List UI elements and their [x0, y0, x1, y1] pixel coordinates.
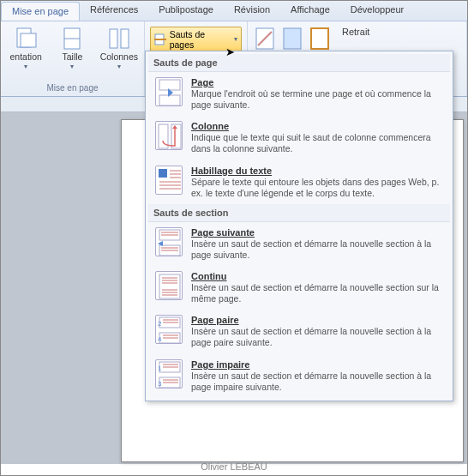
menu-item-page[interactable]: Page Marque l'endroit où se termine une …: [148, 72, 450, 116]
tab-affichage[interactable]: Affichage: [280, 1, 340, 21]
menu-item-habillage[interactable]: Habillage du texte Sépare le texte qui e…: [148, 160, 450, 204]
menu-item-title: Continu: [191, 271, 443, 281]
watermark-icon: [253, 27, 277, 51]
credit-text: Olivier LEBEAU: [201, 461, 267, 472]
menu-item-page-suivante[interactable]: Page suivante Insère un saut de section …: [148, 222, 450, 266]
dropdown-section-sauts-de-page: Sauts de page: [148, 54, 450, 72]
page-size-icon: [60, 27, 84, 51]
orientation-icon: [14, 27, 38, 51]
menu-item-title: Page paire: [191, 315, 443, 325]
text-wrap-item-icon: [155, 166, 183, 195]
odd-page-section-icon: 13: [155, 359, 183, 389]
svg-rect-10: [284, 28, 301, 49]
menu-item-continu[interactable]: Continu Insère un saut de section et dém…: [148, 266, 450, 310]
tab-references[interactable]: Références: [80, 1, 148, 21]
sauts-de-pages-button[interactable]: Sauts de pages ▾: [150, 27, 242, 52]
svg-text:3: 3: [158, 380, 162, 388]
menu-item-desc: Insère un saut de section et démarre la …: [191, 326, 443, 348]
chevron-down-icon: ▾: [234, 35, 237, 43]
menu-item-page-impaire[interactable]: 13 Page impaire Insère un saut de sectio…: [148, 354, 450, 398]
chevron-down-icon: ▾: [70, 63, 74, 70]
orientation-button[interactable]: entation ▾: [6, 27, 45, 70]
svg-rect-13: [159, 95, 180, 105]
page-break-item-icon: [155, 77, 183, 106]
tab-developpeur[interactable]: Développeur: [340, 1, 414, 21]
column-break-item-icon: [155, 121, 183, 150]
page-color-button[interactable]: [280, 27, 304, 51]
chevron-down-icon: ▾: [24, 63, 27, 70]
page-borders-icon: [308, 27, 332, 51]
svg-rect-5: [121, 29, 129, 48]
next-page-section-icon: [155, 227, 183, 256]
svg-rect-11: [311, 28, 328, 49]
svg-text:1: 1: [158, 365, 162, 372]
even-page-section-icon: 24: [155, 315, 183, 344]
menu-item-desc: Indique que le texte qui suit le saut de…: [191, 132, 443, 154]
menu-item-desc: Insère un saut de section et démarre la …: [191, 238, 443, 261]
menu-item-title: Page suivante: [191, 227, 443, 238]
ribbon-tabs: Mise en page Références Publipostage Rév…: [1, 1, 467, 21]
menu-item-title: Page: [191, 77, 443, 87]
dropdown-section-sauts-de-section: Sauts de section: [148, 204, 450, 222]
page-borders-button[interactable]: [308, 27, 332, 51]
svg-rect-1: [21, 33, 36, 47]
svg-text:2: 2: [158, 320, 162, 328]
columns-icon: [107, 27, 131, 51]
tab-mise-en-page[interactable]: Mise en page: [1, 2, 80, 21]
retrait-label: Retrait: [342, 27, 369, 37]
tab-publipostage[interactable]: Publipostage: [148, 1, 224, 21]
chevron-down-icon: ▾: [117, 63, 121, 70]
menu-item-colonne[interactable]: Colonne Indique que le texte qui suit le…: [148, 116, 450, 160]
page-break-icon: [154, 33, 166, 45]
menu-item-title: Page impaire: [191, 359, 443, 370]
svg-rect-4: [110, 29, 117, 48]
menu-item-desc: Sépare le texte qui entoure les objets d…: [191, 177, 443, 199]
menu-item-desc: Insère un saut de section et démarre la …: [191, 282, 443, 304]
taille-button[interactable]: Taille ▾: [52, 27, 92, 70]
menu-item-title: Colonne: [191, 121, 443, 131]
sauts-de-pages-dropdown: Sauts de page Page Marque l'endroit où s…: [145, 51, 453, 401]
tab-revision[interactable]: Révision: [224, 1, 280, 21]
svg-rect-12: [159, 80, 180, 90]
group-label: Mise en page: [6, 83, 139, 94]
menu-item-desc: Insère un saut de section et démarre la …: [191, 371, 443, 393]
menu-item-title: Habillage du texte: [191, 166, 443, 176]
menu-item-page-paire[interactable]: 24 Page paire Insère un saut de section …: [148, 310, 450, 353]
continuous-section-icon: [155, 271, 183, 300]
menu-item-desc: Marque l'endroit où se termine une page …: [191, 88, 443, 111]
colonnes-button[interactable]: Colonnes ▾: [99, 27, 139, 70]
page-color-icon: [280, 27, 304, 51]
svg-text:4: 4: [158, 335, 162, 343]
watermark-button[interactable]: [253, 27, 277, 51]
